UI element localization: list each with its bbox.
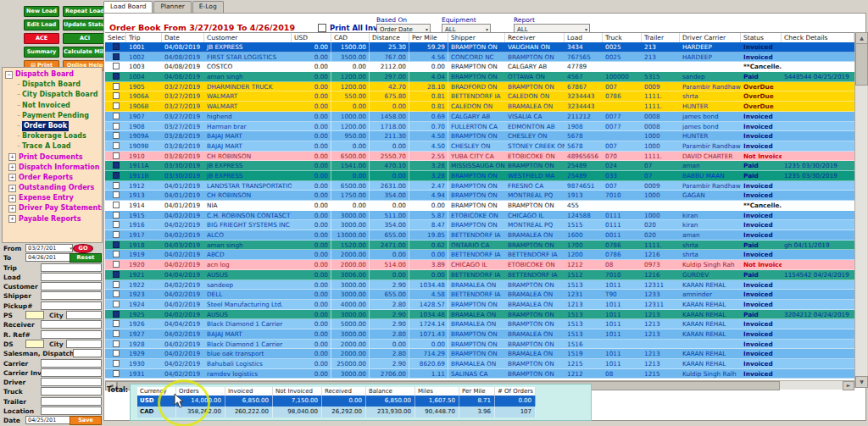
repeat-load-button[interactable]: Repeat Load xyxy=(63,6,107,17)
table-row-trip-1002[interactable]: 100204/08/2019FIRST STAR LOGISTICS0.0035… xyxy=(105,53,854,63)
checkbox-icon[interactable] xyxy=(318,24,326,32)
row-checkbox[interactable] xyxy=(113,340,120,347)
row-checkbox[interactable] xyxy=(113,83,120,90)
table-row-trip-1925[interactable]: 192504/02/2019AUSUS0.003000.002.901034.4… xyxy=(105,310,854,320)
load-field[interactable] xyxy=(41,273,102,281)
table-row-trip-1916[interactable]: 191604/02/2019BIG FRIEGHT SYSTEMS INC0.0… xyxy=(105,220,854,230)
sidebar-item-outstanding-orders[interactable]: +Outstanding Orders xyxy=(3,183,102,193)
table-row-trip-1911b[interactable]: 1911B03/30/2019JB EXPRESS0.000.000.003.2… xyxy=(105,171,854,181)
tab-e-log[interactable]: E-Log xyxy=(192,1,224,13)
aci-button[interactable]: ACI xyxy=(63,33,107,44)
ps-field[interactable] xyxy=(25,311,44,319)
row-checkbox[interactable] xyxy=(113,311,120,318)
expand-icon[interactable]: + xyxy=(8,153,16,161)
truck-field[interactable] xyxy=(41,387,102,396)
table-row-trip-1909a[interactable]: 1909A03/28/2019BAJAJ MART0.00950.00211.3… xyxy=(105,131,854,141)
select-cell[interactable] xyxy=(105,290,126,299)
select-cell[interactable] xyxy=(105,260,126,269)
ds-city-field[interactable] xyxy=(66,340,102,348)
row-checkbox[interactable] xyxy=(113,132,120,139)
expand-icon[interactable]: + xyxy=(8,163,16,171)
table-row-trip-1928[interactable]: 192804/02/2019Black Diamond 1 Carrier0.0… xyxy=(105,340,854,350)
table-row-trip-1929[interactable]: 192904/02/2019blue oak transport0.002000… xyxy=(105,349,854,359)
sidebar-item-not-invoiced[interactable]: –Not Invoiced xyxy=(3,101,102,111)
sidebar-item-print-documents[interactable]: +Print Documents xyxy=(3,152,102,163)
expand-icon[interactable]: + xyxy=(8,174,16,181)
pickup-field[interactable] xyxy=(41,302,102,310)
tree-root-dispatch-board[interactable]: −Dispatch Board xyxy=(3,69,102,80)
sidebar-item-driver-pay-statements[interactable]: +Driver Pay Statements xyxy=(3,203,102,213)
sidebar-item-payable-reports[interactable]: +Payable Reports xyxy=(3,214,102,224)
select-cell[interactable] xyxy=(105,72,126,81)
table-row-trip-1908[interactable]: 190803/27/2019Harman brar0.001200.001718… xyxy=(105,122,854,132)
tab-planner[interactable]: Planner xyxy=(153,1,191,13)
row-checkbox[interactable] xyxy=(113,152,120,159)
vertical-scroll-thumb[interactable] xyxy=(855,43,868,86)
row-checkbox[interactable] xyxy=(113,92,120,99)
calculate-miles-button[interactable]: Calculate Miles xyxy=(63,47,107,58)
sidebar-item-payment-pending[interactable]: –Payment Pending xyxy=(3,111,102,121)
save-button[interactable]: Save xyxy=(70,416,102,425)
row-checkbox[interactable] xyxy=(113,73,120,80)
table-row-trip-1917[interactable]: 191704/02/2019ALCO0.0013000.00655.0019.8… xyxy=(105,230,854,241)
select-cell[interactable] xyxy=(105,152,126,161)
table-row-trip-1907[interactable]: 190703/27/2019highend0.001000.001458.000… xyxy=(105,112,854,122)
table-row-trip-1910[interactable]: 191003/28/2019CH ROBINSON0.006500.002550… xyxy=(105,152,854,162)
sidebar-item-city-dispatch-board[interactable]: –City Dispatch Board xyxy=(3,90,102,100)
sidebar-item-brokerage-loads[interactable]: –Brokerage Loads xyxy=(3,131,102,141)
sidebar-item-dispatch-information[interactable]: +Dispatch Information xyxy=(3,163,102,173)
select-cell[interactable] xyxy=(105,161,126,170)
table-row-trip-1921[interactable]: 192104/04/2019AUSUS0.003006.000.000.00BE… xyxy=(105,270,854,280)
location-field[interactable] xyxy=(41,407,102,415)
sidebar-item-dispatch-board[interactable]: –Dispatch Board xyxy=(3,80,102,90)
row-checkbox[interactable] xyxy=(113,271,120,278)
scroll-right-icon[interactable]: ► xyxy=(843,381,854,390)
select-cell[interactable] xyxy=(105,131,126,141)
tab-load-board[interactable]: Load Board xyxy=(103,1,153,13)
sidebar-item-trace-a-load[interactable]: –Trace A Load xyxy=(3,141,102,152)
ds-field[interactable] xyxy=(25,340,44,348)
expand-icon[interactable]: + xyxy=(8,195,16,202)
driver-field[interactable] xyxy=(41,378,102,386)
table-row-trip-1931[interactable]: 193104/02/2019ramdev logistics0.003000.0… xyxy=(105,369,854,379)
row-checkbox[interactable] xyxy=(113,102,120,109)
row-checkbox[interactable] xyxy=(113,221,120,228)
row-checkbox[interactable] xyxy=(113,142,120,149)
select-cell[interactable] xyxy=(105,191,126,200)
select-cell[interactable] xyxy=(105,230,126,240)
table-row-trip-1914[interactable]: 191404/01/2019NIA0.000.000.000.00BRAMPTO… xyxy=(105,201,854,211)
edit-load-button[interactable]: Edit Load xyxy=(24,19,59,30)
select-cell[interactable] xyxy=(105,241,126,250)
from-date-select[interactable]: 03/27/201▾ xyxy=(25,244,73,252)
row-checkbox[interactable] xyxy=(113,202,120,208)
update-status-button[interactable]: Update Status xyxy=(63,19,107,30)
select-cell[interactable] xyxy=(105,369,126,379)
table-row-trip-1915[interactable]: 191504/02/2019C.H. ROBINSON CONTASCT0.00… xyxy=(105,211,854,221)
select-cell[interactable] xyxy=(105,112,126,121)
scroll-down-icon[interactable]: ▼ xyxy=(855,376,868,388)
table-row-trip-1909b[interactable]: 1909B03/28/2019BAJAJ MART0.000.000.004.5… xyxy=(105,141,854,152)
row-checkbox[interactable] xyxy=(113,320,120,327)
row-checkbox[interactable] xyxy=(113,63,120,69)
row-checkbox[interactable] xyxy=(113,330,120,337)
select-cell[interactable] xyxy=(105,280,126,290)
trailer-field[interactable] xyxy=(41,397,102,406)
sidebar-item-order-book[interactable]: –Order Book xyxy=(3,121,102,131)
table-row-trip-1927[interactable]: 192704/02/2019BAJAJ MART0.003000.002.801… xyxy=(105,329,854,340)
select-cell[interactable] xyxy=(105,329,126,339)
select-cell[interactable] xyxy=(105,102,126,111)
summary-button[interactable]: Summary xyxy=(24,47,59,58)
receiver-field[interactable] xyxy=(41,320,102,329)
shipper-field[interactable] xyxy=(41,291,102,300)
carrier-invoice-field[interactable] xyxy=(41,368,102,377)
carrier-field[interactable] xyxy=(41,359,102,368)
select-cell[interactable] xyxy=(105,62,126,71)
new-load-button[interactable]: New Load xyxy=(24,6,59,17)
select-cell[interactable] xyxy=(105,42,126,52)
to-date-select[interactable]: 04/26/201▾ xyxy=(25,253,73,262)
vertical-scrollbar[interactable]: ▲ ▼ xyxy=(854,32,867,388)
reset-button[interactable]: Reset xyxy=(70,253,102,263)
row-checkbox[interactable] xyxy=(113,231,120,238)
row-checkbox[interactable] xyxy=(113,113,120,119)
select-cell[interactable] xyxy=(105,349,126,358)
